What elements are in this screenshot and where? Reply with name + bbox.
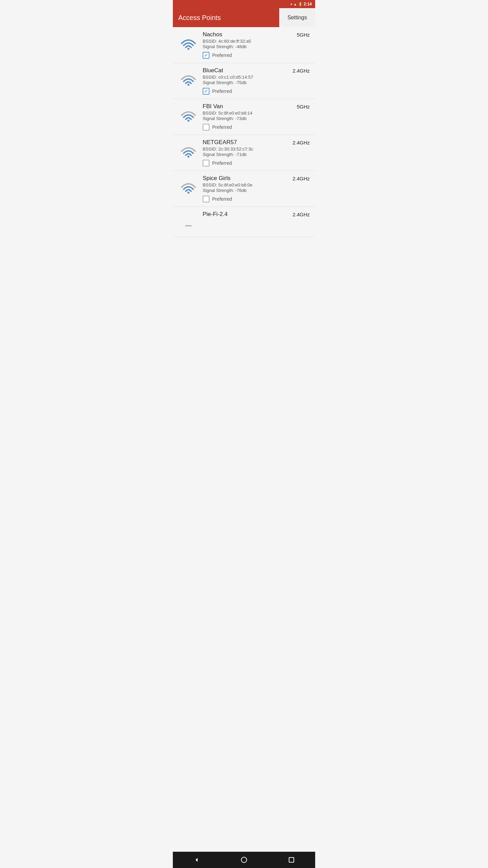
signal-status-icon: ▲	[293, 2, 297, 6]
ap-header-row: Spice Girls2.4GHz	[203, 175, 310, 182]
ap-name: BlueCat	[203, 67, 223, 74]
preferred-label: Preferred	[212, 160, 232, 166]
preferred-checkbox[interactable]	[203, 160, 209, 166]
ap-bssid: BSSID: c0:c1:c0:d5:14:57	[203, 75, 310, 80]
preferred-row: Preferred	[203, 88, 310, 95]
svg-point-4	[187, 192, 189, 194]
preferred-row: Preferred	[203, 196, 310, 202]
bottom-navigation	[173, 852, 315, 868]
preferred-row: Preferred	[203, 52, 310, 59]
app-header: Access Points Settings	[173, 8, 315, 27]
svg-rect-8	[289, 857, 294, 862]
ap-name: FBI Van	[203, 103, 223, 110]
preferred-row: Preferred	[203, 160, 310, 166]
wifi-icon	[178, 104, 199, 125]
page-title: Access Points	[178, 14, 221, 22]
preferred-checkbox[interactable]	[203, 88, 209, 95]
battery-icon: 🔋	[298, 2, 302, 6]
preferred-checkbox[interactable]	[203, 52, 209, 59]
wifi-icon	[178, 212, 199, 233]
access-point-item: Nachos5GHzBSSID: 4c:60:de:ff:32:a5Signal…	[173, 27, 315, 63]
ap-name: NETGEAR57	[203, 139, 237, 146]
ap-header-row: BlueCat2.4GHz	[203, 67, 310, 74]
preferred-checkbox[interactable]	[203, 124, 209, 131]
ap-signal-strength: Signal Strength: -75db	[203, 80, 310, 85]
ap-header-row: Nachos5GHz	[203, 31, 310, 38]
access-point-item: BlueCat2.4GHzBSSID: c0:c1:c0:d5:14:57Sig…	[173, 63, 315, 99]
svg-point-2	[187, 120, 189, 122]
ap-signal-strength: Signal Strength: -76db	[203, 188, 310, 193]
ap-signal-strength: Signal Strength: -73db	[203, 116, 310, 121]
preferred-label: Preferred	[212, 196, 232, 202]
preferred-row: Preferred	[203, 124, 310, 131]
preferred-label: Preferred	[212, 53, 232, 58]
ap-details: Spice Girls2.4GHzBSSID: 5c:8f:e0:e0:b8:0…	[203, 175, 310, 202]
ap-header-row: Pie-Fi-2.42.4GHz	[203, 211, 310, 218]
svg-marker-6	[196, 858, 198, 862]
ap-details: Pie-Fi-2.42.4GHz	[203, 211, 310, 218]
status-time: 2:14	[304, 2, 312, 6]
wifi-icon	[178, 140, 199, 161]
header-title-section: Access Points	[173, 8, 279, 27]
wifi-icon	[178, 176, 199, 197]
ap-frequency: 5GHz	[297, 32, 310, 38]
ap-name: Pie-Fi-2.4	[203, 211, 228, 218]
recent-apps-button[interactable]	[281, 853, 302, 867]
ap-bssid: BSSID: 5c:8f:e0:e0:b8:14	[203, 111, 310, 116]
ap-name: Spice Girls	[203, 175, 230, 182]
ap-name: Nachos	[203, 31, 222, 38]
svg-point-1	[187, 84, 189, 86]
ap-signal-strength: Signal Strength: -71db	[203, 152, 310, 157]
access-point-item: FBI Van5GHzBSSID: 5c:8f:e0:e0:b8:14Signa…	[173, 99, 315, 135]
ap-details: NETGEAR572.4GHzBSSID: 2c:30:33:52:c7:3cS…	[203, 139, 310, 166]
preferred-label: Preferred	[212, 124, 232, 130]
wifi-icon	[178, 68, 199, 89]
preferred-label: Preferred	[212, 88, 232, 94]
ap-header-row: NETGEAR572.4GHz	[203, 139, 310, 146]
back-button[interactable]	[186, 853, 207, 867]
ap-bssid: BSSID: 5c:8f:e0:e0:b8:0e	[203, 182, 310, 188]
ap-bssid: BSSID: 4c:60:de:ff:32:a5	[203, 39, 310, 44]
ap-details: BlueCat2.4GHzBSSID: c0:c1:c0:d5:14:57Sig…	[203, 67, 310, 95]
ap-details: FBI Van5GHzBSSID: 5c:8f:e0:e0:b8:14Signa…	[203, 103, 310, 131]
ap-frequency: 2.4GHz	[292, 176, 310, 181]
ap-header-row: FBI Van5GHz	[203, 103, 310, 110]
access-point-item: Pie-Fi-2.42.4GHz	[173, 207, 315, 237]
ap-signal-strength: Signal Strength: -48db	[203, 44, 310, 49]
wifi-status-icon: ▾	[290, 2, 292, 6]
access-point-item: NETGEAR572.4GHzBSSID: 2c:30:33:52:c7:3cS…	[173, 135, 315, 171]
ap-bssid: BSSID: 2c:30:33:52:c7:3c	[203, 146, 310, 152]
settings-button[interactable]: Settings	[279, 8, 315, 27]
access-points-list: Nachos5GHzBSSID: 4c:60:de:ff:32:a5Signal…	[173, 27, 315, 237]
svg-point-3	[187, 156, 189, 158]
ap-frequency: 5GHz	[297, 104, 310, 110]
status-icons: ▾ ▲ 🔋 2:14	[290, 2, 312, 6]
ap-details: Nachos5GHzBSSID: 4c:60:de:ff:32:a5Signal…	[203, 31, 310, 59]
status-bar: ▾ ▲ 🔋 2:14	[173, 0, 315, 8]
svg-point-7	[241, 857, 247, 863]
home-button[interactable]	[234, 853, 254, 867]
ap-frequency: 2.4GHz	[292, 212, 310, 217]
wifi-icon	[178, 33, 199, 53]
svg-point-0	[187, 48, 189, 50]
ap-frequency: 2.4GHz	[292, 68, 310, 74]
access-point-item: Spice Girls2.4GHzBSSID: 5c:8f:e0:e0:b8:0…	[173, 171, 315, 207]
preferred-checkbox[interactable]	[203, 196, 209, 202]
ap-frequency: 2.4GHz	[292, 140, 310, 145]
